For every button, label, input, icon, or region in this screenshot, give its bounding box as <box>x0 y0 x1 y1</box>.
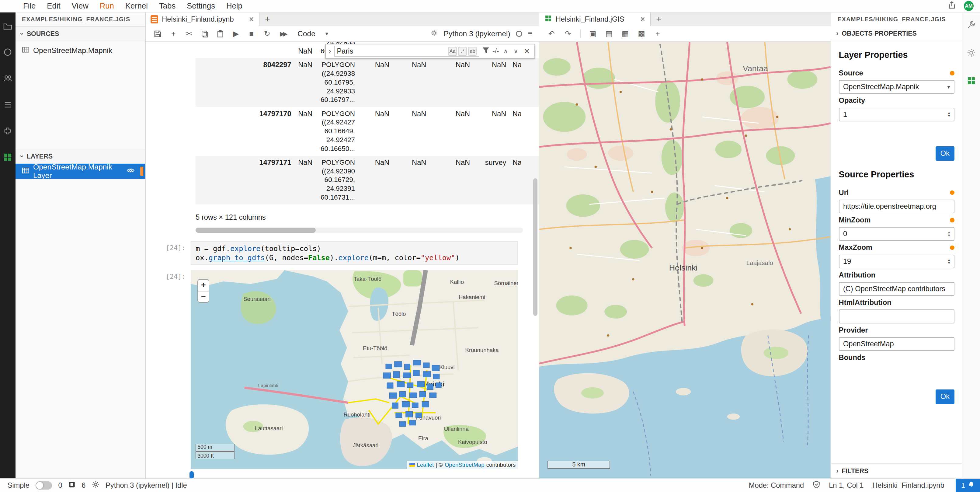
collaborators-icon[interactable] <box>3 74 13 83</box>
run-cell-icon[interactable]: ▶ <box>229 27 243 40</box>
property-inspector-icon[interactable] <box>967 20 976 32</box>
menu-tabs[interactable]: Tabs <box>154 2 181 10</box>
new-tab-button[interactable]: + <box>651 13 667 26</box>
filters-section-header[interactable]: › FILTERS <box>831 463 962 478</box>
active-filename[interactable]: Helsinki_Finland.ipynb <box>872 481 944 490</box>
stepper-icons[interactable]: ▴▾ <box>946 231 950 237</box>
whole-word-toggle[interactable]: ab <box>468 47 477 56</box>
leaflet-link[interactable]: Leaflet <box>417 462 434 468</box>
url-input[interactable] <box>839 200 955 213</box>
layer-ok-button[interactable]: Ok <box>935 146 955 161</box>
debugger-gear-icon[interactable] <box>967 48 976 60</box>
zoom-in-button[interactable]: + <box>198 280 208 291</box>
terminal-count[interactable]: 0 <box>58 481 62 490</box>
kernel-status-icon[interactable] <box>516 31 522 37</box>
gis-map-view[interactable]: Vantaa Laajasalo Helsinki 5 km <box>539 42 830 478</box>
files-icon[interactable] <box>3 21 13 31</box>
htmlattribution-input[interactable] <box>839 309 955 323</box>
menu-edit[interactable]: Edit <box>41 2 66 10</box>
menu-run[interactable]: Run <box>94 2 119 10</box>
sources-section-header[interactable]: › SOURCES <box>16 26 145 41</box>
maxzoom-input[interactable]: 19 ▴▾ <box>839 255 955 268</box>
search-input[interactable] <box>337 47 447 56</box>
add-layer-icon[interactable]: + <box>651 27 665 40</box>
collapsed-cell-indicator[interactable] <box>189 471 194 478</box>
redo-icon[interactable]: ↷ <box>560 27 575 40</box>
running-icon[interactable] <box>3 48 13 57</box>
visibility-eye-icon[interactable] <box>127 167 135 176</box>
search-expand-icon[interactable]: › <box>329 47 331 56</box>
trust-indicator-icon[interactable] <box>813 481 820 490</box>
search-filter-icon[interactable] <box>482 47 489 56</box>
command-mode-indicator[interactable]: Mode: Command <box>749 481 804 490</box>
copy-cell-icon[interactable] <box>197 27 212 40</box>
save-icon[interactable] <box>151 27 165 40</box>
toc-icon[interactable] <box>3 100 13 110</box>
search-prev-icon[interactable]: ∧ <box>502 48 509 55</box>
search-next-icon[interactable]: ∨ <box>512 48 519 55</box>
toolbar-menu-icon[interactable]: ≡ <box>528 29 533 38</box>
cut-cell-icon[interactable]: ✂ <box>182 27 196 40</box>
layers-section-header[interactable]: › LAYERS <box>16 149 145 164</box>
new-tab-button[interactable]: + <box>259 13 275 26</box>
extensions-icon[interactable] <box>3 126 13 136</box>
cell-type-dropdown[interactable]: Code ▾ <box>298 30 328 38</box>
osm-link[interactable]: OpenStreetMap <box>445 462 485 468</box>
attribution-input[interactable] <box>839 282 955 296</box>
close-icon[interactable]: × <box>640 15 645 24</box>
simple-mode-toggle[interactable] <box>36 481 52 490</box>
identify-tool-icon[interactable]: ▣ <box>585 27 600 40</box>
opacity-input[interactable]: 1 ▴▾ <box>839 108 955 121</box>
zoom-out-button[interactable]: − <box>198 291 208 302</box>
layer-browser-icon[interactable]: ▦ <box>618 27 632 40</box>
cursor-position[interactable]: Ln 1, Col 1 <box>829 481 864 490</box>
notifications-badge[interactable]: 1 <box>956 479 980 492</box>
search-close-icon[interactable]: ✕ <box>523 47 531 56</box>
selection-tool-icon[interactable]: ▩ <box>635 27 649 40</box>
undo-icon[interactable]: ↶ <box>544 27 559 40</box>
user-avatar[interactable]: AM <box>964 1 974 11</box>
code-cell[interactable]: [24]: m = gdf.explore(tooltip=cols)ox.gr… <box>146 241 539 265</box>
regex-toggle[interactable]: .* <box>458 47 467 56</box>
vertical-scrollbar-thumb[interactable] <box>533 178 538 316</box>
insert-cell-icon[interactable]: + <box>166 27 181 40</box>
gear-icon[interactable] <box>430 29 438 39</box>
paste-cell-icon[interactable] <box>213 27 228 40</box>
horizontal-scrollbar[interactable] <box>196 228 523 232</box>
share-icon[interactable] <box>947 1 956 11</box>
objects-properties-header[interactable]: › OBJECTS PROPERTIES <box>831 26 962 41</box>
close-icon[interactable]: × <box>249 15 254 24</box>
source-item-openstreetmap[interactable]: OpenStreetMap.Mapnik <box>16 43 145 58</box>
tab-helsinki-finland-ipynb[interactable]: Helsinki_Finland.ipynb × <box>146 13 259 26</box>
notebook-toolbar: + ✂ ▶ ■ ↻ ▶▶ Code ▾ Python 3 (ipykernel)… <box>146 26 539 42</box>
kernel-status-text[interactable]: Python 3 (ipykernel) | Idle <box>105 481 187 490</box>
leaflet-map-output[interactable]: Taka-Töölö Kallio Sörnäinen Hakaniemi Se… <box>191 270 518 469</box>
restart-kernel-icon[interactable]: ↻ <box>260 27 274 40</box>
stepper-icons[interactable]: ▴▾ <box>946 258 950 265</box>
tab-helsinki-finland-jgis[interactable]: Helsinki_Finland.jGIS × <box>539 13 651 26</box>
code-editor[interactable]: m = gdf.explore(tooltip=cols)ox.graph_to… <box>191 241 518 265</box>
layer-item-openstreetmap[interactable]: OpenStreetMap.Mapnik Layer <box>16 164 145 178</box>
stop-kernel-icon[interactable]: ■ <box>244 27 259 40</box>
source-ok-button[interactable]: Ok <box>935 390 955 404</box>
basemap-gallery-icon[interactable]: ▤ <box>602 27 616 40</box>
map-label: Ullanlinna <box>444 426 469 432</box>
source-select[interactable]: OpenStreetMap.Mapnik ▾ <box>839 80 955 94</box>
jupytergis-panel-icon[interactable] <box>3 153 13 162</box>
menu-kernel[interactable]: Kernel <box>119 2 153 10</box>
kernel-name[interactable]: Python 3 (ipykernel) <box>444 30 511 38</box>
restart-run-all-icon[interactable]: ▶▶ <box>275 27 290 40</box>
minzoom-input[interactable]: 0 ▴▾ <box>839 227 955 241</box>
menu-file[interactable]: File <box>18 2 41 10</box>
provider-input[interactable] <box>839 337 955 351</box>
menu-help[interactable]: Help <box>221 2 248 10</box>
jupytergis-panel-icon[interactable] <box>967 76 976 88</box>
menu-settings[interactable]: Settings <box>181 2 221 10</box>
menu-view[interactable]: View <box>66 2 94 10</box>
kernel-count[interactable]: 6 <box>81 481 86 490</box>
stepper-icons[interactable]: ▴▾ <box>946 111 950 118</box>
notebook-content[interactable]: › Aa .* ab -/- ∧ ∨ ✕ <box>146 42 539 478</box>
scrollbar-thumb[interactable] <box>196 228 316 232</box>
usage-gear-icon[interactable] <box>92 481 99 490</box>
match-case-toggle[interactable]: Aa <box>448 47 457 56</box>
